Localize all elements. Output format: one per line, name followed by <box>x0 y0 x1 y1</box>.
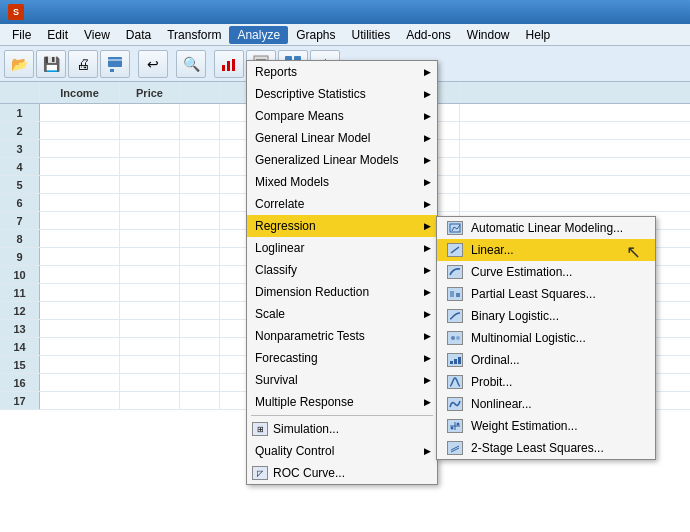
cell[interactable]: 11 <box>0 284 40 301</box>
menu-descriptive-statistics[interactable]: Descriptive Statistics <box>247 83 437 105</box>
menu-view[interactable]: View <box>76 26 118 44</box>
cell[interactable]: 15 <box>0 356 40 373</box>
regression-submenu[interactable]: Automatic Linear Modeling... Linear... ↖ <box>436 216 656 460</box>
cell[interactable]: 13 <box>0 320 40 337</box>
cell[interactable]: 6 <box>0 194 40 211</box>
menu-transform[interactable]: Transform <box>159 26 229 44</box>
cell[interactable]: 10 <box>0 266 40 283</box>
menu-correlate[interactable]: Correlate <box>247 193 437 215</box>
cell[interactable]: 2 <box>0 122 40 139</box>
cell[interactable] <box>40 266 120 283</box>
menu-mixed-models[interactable]: Mixed Models <box>247 171 437 193</box>
cell[interactable] <box>120 104 180 121</box>
menu-dimension-reduction[interactable]: Dimension Reduction <box>247 281 437 303</box>
cell[interactable] <box>120 194 180 211</box>
cell[interactable] <box>120 356 180 373</box>
cell[interactable] <box>180 302 220 319</box>
cell[interactable] <box>120 158 180 175</box>
cell[interactable] <box>120 140 180 157</box>
menu-regression[interactable]: Regression <box>247 215 437 237</box>
cell[interactable] <box>40 158 120 175</box>
cell[interactable] <box>120 284 180 301</box>
cell[interactable]: 17 <box>0 392 40 409</box>
menu-nonparametric-tests[interactable]: Nonparametric Tests <box>247 325 437 347</box>
submenu-2-stage-least-squares[interactable]: 2-Stage Least Squares... <box>437 437 655 459</box>
cell[interactable] <box>180 230 220 247</box>
cell[interactable] <box>40 140 120 157</box>
cell[interactable] <box>180 392 220 409</box>
cell[interactable] <box>120 266 180 283</box>
cell[interactable] <box>120 392 180 409</box>
cell[interactable] <box>40 374 120 391</box>
cell[interactable] <box>120 320 180 337</box>
print-button[interactable]: 🖨 <box>68 50 98 78</box>
cell[interactable]: 8 <box>0 230 40 247</box>
menu-analyze[interactable]: Analyze <box>229 26 288 44</box>
menu-forecasting[interactable]: Forecasting <box>247 347 437 369</box>
cell[interactable] <box>120 212 180 229</box>
analyze-menu[interactable]: Reports Descriptive Statistics Compare M… <box>246 60 438 485</box>
menu-compare-means[interactable]: Compare Means <box>247 105 437 127</box>
menu-addons[interactable]: Add-ons <box>398 26 459 44</box>
chart-button[interactable] <box>214 50 244 78</box>
cell[interactable] <box>40 356 120 373</box>
cell[interactable] <box>180 374 220 391</box>
cell[interactable] <box>120 338 180 355</box>
submenu-linear[interactable]: Linear... ↖ <box>437 239 655 261</box>
menu-multiple-response[interactable]: Multiple Response <box>247 391 437 413</box>
submenu-ordinal[interactable]: Ordinal... <box>437 349 655 371</box>
cell[interactable] <box>180 194 220 211</box>
cell[interactable]: 12 <box>0 302 40 319</box>
cell[interactable] <box>40 392 120 409</box>
submenu-binary-logistic[interactable]: Binary Logistic... <box>437 305 655 327</box>
cell[interactable] <box>180 176 220 193</box>
dialog-recall-button[interactable] <box>100 50 130 78</box>
cell[interactable] <box>120 248 180 265</box>
cell[interactable]: 16 <box>0 374 40 391</box>
menu-simulation[interactable]: ⊞ Simulation... <box>247 418 437 440</box>
cell[interactable] <box>120 176 180 193</box>
menu-graphs[interactable]: Graphs <box>288 26 343 44</box>
cell[interactable] <box>180 248 220 265</box>
cell[interactable] <box>180 284 220 301</box>
cell[interactable]: 7 <box>0 212 40 229</box>
menu-reports[interactable]: Reports <box>247 61 437 83</box>
cell[interactable]: 5 <box>0 176 40 193</box>
cell[interactable]: 3 <box>0 140 40 157</box>
menu-window[interactable]: Window <box>459 26 518 44</box>
submenu-automatic-linear-modeling[interactable]: Automatic Linear Modeling... <box>437 217 655 239</box>
submenu-curve-estimation[interactable]: Curve Estimation... <box>437 261 655 283</box>
menu-general-linear-model[interactable]: General Linear Model <box>247 127 437 149</box>
cell[interactable] <box>120 230 180 247</box>
cell[interactable] <box>180 212 220 229</box>
menu-utilities[interactable]: Utilities <box>343 26 398 44</box>
menu-edit[interactable]: Edit <box>39 26 76 44</box>
menu-generalized-linear-models[interactable]: Generalized Linear Models <box>247 149 437 171</box>
cell[interactable] <box>120 302 180 319</box>
cell[interactable] <box>40 212 120 229</box>
cell[interactable] <box>40 248 120 265</box>
cell[interactable] <box>180 140 220 157</box>
cell[interactable] <box>180 320 220 337</box>
cell[interactable] <box>180 158 220 175</box>
find-button[interactable]: 🔍 <box>176 50 206 78</box>
cell[interactable] <box>40 320 120 337</box>
submenu-weight-estimation[interactable]: Weight Estimation... <box>437 415 655 437</box>
cell[interactable] <box>120 374 180 391</box>
submenu-multinomial-logistic[interactable]: Multinomial Logistic... <box>437 327 655 349</box>
cell[interactable]: 14 <box>0 338 40 355</box>
submenu-probit[interactable]: Probit... <box>437 371 655 393</box>
cell[interactable]: 1 <box>0 104 40 121</box>
cell[interactable] <box>40 194 120 211</box>
cell[interactable] <box>40 104 120 121</box>
cell[interactable] <box>120 122 180 139</box>
submenu-partial-least-squares[interactable]: Partial Least Squares... <box>437 283 655 305</box>
cell[interactable] <box>180 104 220 121</box>
cell[interactable] <box>180 356 220 373</box>
menu-loglinear[interactable]: Loglinear <box>247 237 437 259</box>
submenu-nonlinear[interactable]: Nonlinear... <box>437 393 655 415</box>
menu-scale[interactable]: Scale <box>247 303 437 325</box>
undo-button[interactable]: ↩ <box>138 50 168 78</box>
menu-quality-control[interactable]: Quality Control <box>247 440 437 462</box>
cell[interactable] <box>40 302 120 319</box>
